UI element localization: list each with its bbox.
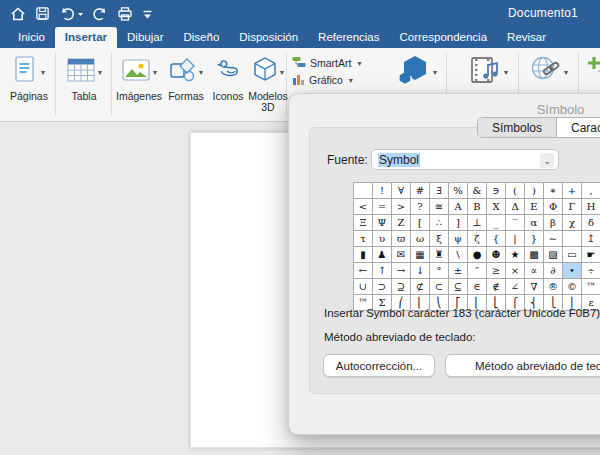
tab-insertar[interactable]: Insertar bbox=[55, 27, 117, 48]
tab-referencias[interactable]: Referencias bbox=[308, 27, 389, 48]
symbol-cell[interactable]: ∼ bbox=[544, 231, 562, 246]
symbol-cell[interactable]: ☛ bbox=[582, 247, 600, 262]
symbol-cell[interactable]: ✉ bbox=[392, 247, 410, 262]
symbol-cell[interactable]: ⊥ bbox=[468, 215, 486, 230]
tab-diseno[interactable]: Diseño bbox=[173, 27, 229, 48]
symbol-cell[interactable]: × bbox=[506, 263, 524, 278]
symbol-cell[interactable]: ⊂ bbox=[430, 279, 448, 294]
symbol-cell[interactable]: ♟ bbox=[373, 247, 391, 262]
symbol-cell[interactable]: ± bbox=[449, 263, 467, 278]
symbol-cell[interactable]: ψ bbox=[449, 231, 467, 246]
symbol-cell[interactable]: Ξ bbox=[354, 215, 372, 230]
symbol-cell[interactable]: ↑ bbox=[373, 263, 391, 278]
symbol-cell[interactable]: ζ bbox=[468, 231, 486, 246]
symbol-cell[interactable]: ∂ bbox=[544, 263, 562, 278]
symbol-cell[interactable]: [ bbox=[411, 215, 429, 230]
symbol-cell[interactable]: ∋ bbox=[487, 183, 505, 198]
symbol-cell[interactable]: ▩ bbox=[525, 247, 543, 262]
symbol-cell[interactable]: ● bbox=[468, 247, 486, 262]
symbol-cell[interactable]: ∈ bbox=[468, 279, 486, 294]
links-button[interactable]: ▾ bbox=[524, 55, 572, 89]
symbol-cell[interactable]: + bbox=[563, 183, 581, 198]
symbol-cell[interactable]: β bbox=[544, 215, 562, 230]
symbol-cell[interactable]: _ bbox=[487, 215, 505, 230]
symbol-cell[interactable]: ® bbox=[544, 279, 562, 294]
symbol-cell[interactable]: Η bbox=[582, 199, 600, 214]
tab-correspondencia[interactable]: Correspondencia bbox=[389, 27, 497, 48]
symbol-cell[interactable]: ∀ bbox=[392, 183, 410, 198]
symbol-cell[interactable]: Α bbox=[449, 199, 467, 214]
3d-shape-button[interactable]: ▾ bbox=[392, 55, 440, 89]
symbol-cell[interactable]: ∝ bbox=[525, 263, 543, 278]
symbol-cell[interactable]: Ψ bbox=[373, 215, 391, 230]
symbol-cell[interactable]: υ bbox=[373, 231, 391, 246]
symbol-cell[interactable]: } bbox=[525, 231, 543, 246]
chart-button[interactable]: Gráfico ▾ bbox=[292, 73, 353, 87]
symbol-cell[interactable]: ″ bbox=[468, 263, 486, 278]
symbol-cell[interactable]: Γ bbox=[563, 199, 581, 214]
symbol-cell[interactable]: | bbox=[506, 231, 524, 246]
symbol-cell[interactable]: ⊇ bbox=[392, 279, 410, 294]
symbol-cell[interactable]: χ bbox=[563, 215, 581, 230]
symbol-cell[interactable]: ☻ bbox=[487, 247, 505, 262]
symbol-cell[interactable]: # bbox=[411, 183, 429, 198]
pictures-button[interactable]: ▾ Imágenes bbox=[116, 55, 162, 102]
symbol-cell[interactable]: ★ bbox=[506, 247, 524, 262]
tab-revisar[interactable]: Revisar bbox=[497, 27, 556, 48]
symbol-cell[interactable]: ∃ bbox=[430, 183, 448, 198]
symbol-cell[interactable]: ↓ bbox=[411, 263, 429, 278]
symbol-cell[interactable]: ™ bbox=[582, 279, 600, 294]
tab-disposicion[interactable]: Disposición bbox=[229, 27, 308, 48]
symbol-cell[interactable]: ≥ bbox=[487, 263, 505, 278]
symbol-cell[interactable]: ∠ bbox=[506, 279, 524, 294]
symbol-cell[interactable]: Φ bbox=[544, 199, 562, 214]
symbol-cell[interactable]: → bbox=[392, 263, 410, 278]
table-button[interactable]: ▾ Tabla bbox=[60, 55, 108, 102]
symbol-cell[interactable]: ξ bbox=[430, 231, 448, 246]
symbol-cell[interactable]: ϖ bbox=[392, 231, 410, 246]
symbol-cell[interactable]: α bbox=[525, 215, 543, 230]
symbol-cell[interactable]: ▮ bbox=[354, 247, 372, 262]
symbol-cell[interactable]: ▦ bbox=[411, 247, 429, 262]
smartart-button[interactable]: SmartArt ▾ bbox=[292, 56, 361, 70]
pages-button[interactable]: ▾ Páginas bbox=[6, 55, 52, 102]
symbol-cell[interactable]: ♜ bbox=[430, 247, 448, 262]
symbol-cell[interactable]: ° bbox=[430, 263, 448, 278]
chevron-down-icon[interactable]: ⌄ bbox=[540, 153, 554, 168]
symbol-cell[interactable]: ▨ bbox=[544, 247, 562, 262]
3d-models-button[interactable]: ▾ Modelos 3D bbox=[248, 55, 288, 113]
icons-button[interactable]: Iconos bbox=[210, 55, 246, 102]
symbol-cell[interactable]: ) bbox=[525, 183, 543, 198]
symbol-cell[interactable]: • bbox=[563, 263, 581, 278]
toolbar-options-icon[interactable] bbox=[142, 7, 153, 21]
save-icon[interactable] bbox=[35, 6, 50, 21]
tab-dibujar[interactable]: Dibujar bbox=[117, 27, 173, 48]
symbol-cell[interactable]: ⊃ bbox=[373, 279, 391, 294]
symbol-cell[interactable]: ÷ bbox=[582, 263, 600, 278]
symbol-cell[interactable]: ≅ bbox=[430, 199, 448, 214]
addins-button[interactable] bbox=[584, 55, 600, 89]
symbol-cell[interactable]: ∗ bbox=[544, 183, 562, 198]
home-icon[interactable] bbox=[10, 6, 26, 22]
symbol-cell[interactable]: ‾ bbox=[506, 215, 524, 230]
symbol-cell[interactable]: δ bbox=[582, 215, 600, 230]
autocorrect-button[interactable]: Autocorrección... bbox=[323, 354, 435, 377]
symbol-cell[interactable]: © bbox=[563, 279, 581, 294]
symbol-cell[interactable]: % bbox=[449, 183, 467, 198]
shapes-button[interactable]: ▾ Formas bbox=[164, 55, 208, 102]
symbol-cell[interactable]: ∉ bbox=[487, 279, 505, 294]
symbol-cell[interactable]: , bbox=[582, 183, 600, 198]
tab-inicio[interactable]: Inicio bbox=[8, 27, 55, 48]
symbol-cell[interactable]: ? bbox=[411, 199, 429, 214]
font-combobox[interactable]: Symbol ⌄ bbox=[371, 149, 559, 170]
symbol-cell[interactable]: ∴ bbox=[430, 215, 448, 230]
symbol-cell[interactable]: = bbox=[373, 199, 391, 214]
symbol-cell[interactable]: { bbox=[487, 231, 505, 246]
symbol-cell[interactable]: ω bbox=[411, 231, 429, 246]
symbol-cell[interactable]: < bbox=[354, 199, 372, 214]
redo-icon[interactable] bbox=[92, 6, 108, 22]
symbol-cell[interactable] bbox=[563, 231, 581, 246]
symbol-cell[interactable]: Χ bbox=[487, 199, 505, 214]
symbol-cell[interactable]: τ bbox=[354, 231, 372, 246]
tab-simbolos[interactable]: Símbolos bbox=[478, 118, 557, 137]
